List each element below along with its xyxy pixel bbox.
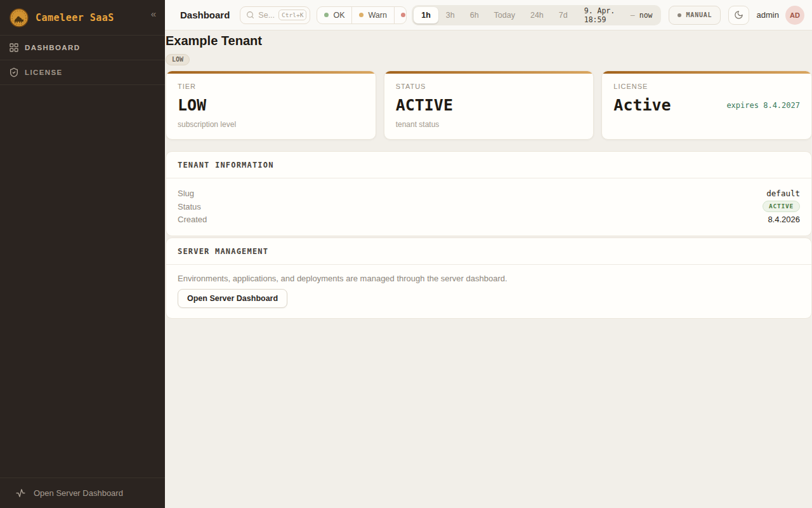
status-filter-group: OK Warn — [317, 6, 407, 24]
info-label: Status — [178, 202, 201, 211]
topbar: Dashboard Se... Ctrl+K OK Warn 1h 3h — [165, 0, 812, 30]
open-server-dashboard-button[interactable]: Open Server Dashboard — [178, 289, 287, 308]
user-menu: admin AD — [757, 6, 804, 25]
summary-cards: TIER LOW subscription level STATUS ACTIV… — [166, 70, 812, 140]
main-content: Example Tenant LOW TIER LOW subscription… — [165, 30, 812, 508]
sidebar-item-label: DASHBOARD — [25, 44, 80, 51]
server-management-description: Environments, applications, and deployme… — [178, 274, 800, 283]
server-management-panel: SERVER MANAGEMENT Environments, applicat… — [166, 237, 812, 319]
refresh-mode-button[interactable]: MANUAL — [669, 6, 721, 25]
time-range-7d[interactable]: 7d — [551, 7, 575, 23]
sidebar-header: Cameleer SaaS « — [0, 0, 165, 35]
activity-pulse-icon — [15, 488, 26, 498]
camel-logo-icon — [9, 8, 29, 28]
search-input[interactable]: Se... Ctrl+K — [240, 6, 310, 24]
status-filter-label: OK — [333, 11, 344, 20]
panel-title: TENANT INFORMATION — [166, 152, 811, 178]
card-value: LOW — [178, 96, 206, 114]
dark-mode-toggle[interactable] — [728, 6, 749, 25]
search-icon — [246, 11, 254, 19]
time-window-end: now — [639, 11, 653, 20]
card-label: STATUS — [396, 83, 582, 90]
time-window-start: 9. Apr. 18:59 — [584, 6, 626, 24]
shield-check-icon — [9, 67, 19, 77]
time-range-1h[interactable]: 1h — [414, 7, 438, 23]
tenant-information-panel: TENANT INFORMATION Slug default Status A… — [166, 151, 812, 236]
info-value: 8.4.2026 — [768, 215, 800, 224]
time-range-selector: 1h 3h 6h Today 24h 7d 9. Apr. 18:59 — no… — [412, 5, 660, 25]
time-window-display[interactable]: 9. Apr. 18:59 — now — [575, 6, 659, 24]
time-window-separator: — — [631, 11, 635, 20]
avatar[interactable]: AD — [785, 6, 804, 25]
search-shortcut-badge: Ctrl+K — [278, 10, 306, 20]
info-label: Slug — [178, 189, 194, 198]
page-title: Example Tenant — [166, 34, 812, 48]
info-row-status: Status ACTIVE — [178, 199, 800, 213]
info-row-slug: Slug default — [178, 187, 800, 199]
license-card: LICENSE Active expires 8.4.2027 — [601, 70, 812, 140]
sidebar-nav: DASHBOARD LICENSE — [0, 35, 165, 85]
info-value: default — [766, 189, 800, 198]
card-value: ACTIVE — [396, 96, 453, 114]
info-label: Created — [178, 215, 207, 224]
error-status-dot-icon — [401, 13, 405, 17]
ok-status-dot-icon — [324, 13, 329, 17]
sidebar-item-license[interactable]: LICENSE — [0, 60, 165, 85]
user-name: admin — [757, 10, 779, 20]
status-card: STATUS ACTIVE tenant status — [384, 70, 594, 140]
moon-icon — [734, 10, 743, 20]
sidebar: Cameleer SaaS « DASHBOARD LICENSE Open S… — [0, 0, 165, 508]
card-caption: subscription level — [178, 120, 364, 129]
card-caption — [613, 120, 800, 129]
page-breadcrumb-title: Dashboard — [180, 10, 230, 20]
time-range-6h[interactable]: 6h — [462, 7, 487, 23]
sidebar-collapse-button[interactable]: « — [148, 8, 159, 20]
refresh-mode-dot-icon — [678, 13, 681, 17]
tier-badge: LOW — [166, 54, 190, 65]
time-range-3h[interactable]: 3h — [438, 7, 462, 23]
status-filter-error[interactable] — [395, 7, 407, 23]
card-caption: tenant status — [396, 120, 582, 129]
sidebar-open-server-dashboard[interactable]: Open Server Dashboard — [0, 478, 165, 508]
card-label: LICENSE — [613, 83, 800, 90]
status-filter-warn[interactable]: Warn — [352, 7, 394, 23]
status-badge: ACTIVE — [763, 201, 800, 212]
card-value: Active — [613, 96, 671, 114]
brand-name: Cameleer SaaS — [36, 8, 142, 23]
license-expiry: expires 8.4.2027 — [726, 101, 800, 110]
main-column: Dashboard Se... Ctrl+K OK Warn 1h 3h — [165, 0, 812, 508]
time-range-24h[interactable]: 24h — [523, 7, 551, 23]
search-placeholder: Se... — [258, 11, 275, 20]
sidebar-item-label: LICENSE — [25, 69, 63, 76]
status-filter-label: Warn — [368, 11, 386, 20]
warn-status-dot-icon — [359, 13, 363, 17]
info-row-created: Created 8.4.2026 — [178, 213, 800, 225]
time-range-today[interactable]: Today — [487, 7, 523, 23]
refresh-mode-label: MANUAL — [686, 11, 712, 18]
status-filter-ok[interactable]: OK — [317, 7, 352, 23]
sidebar-item-dashboard[interactable]: DASHBOARD — [0, 36, 165, 60]
dashboard-grid-icon — [9, 43, 19, 53]
card-label: TIER — [178, 83, 364, 90]
tier-card: TIER LOW subscription level — [166, 70, 376, 140]
panel-title: SERVER MANAGEMENT — [166, 238, 811, 265]
sidebar-footer-label: Open Server Dashboard — [34, 488, 123, 498]
